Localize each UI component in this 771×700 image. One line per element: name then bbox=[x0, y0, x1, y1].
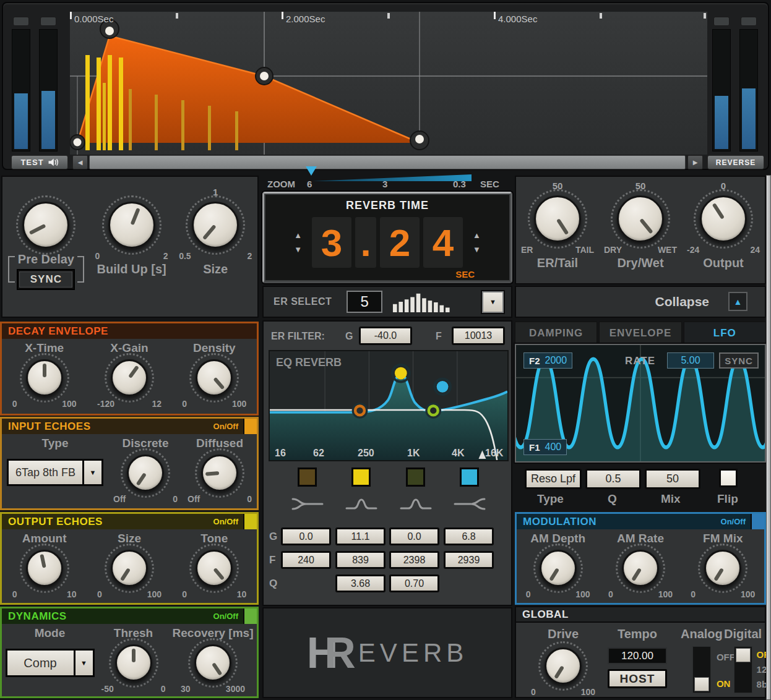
eq-band1-gain-value[interactable]: 0.0 bbox=[281, 527, 331, 545]
input-type-dropdown[interactable]: 6Tap 8th FB bbox=[7, 459, 82, 486]
er-tail-knob[interactable] bbox=[534, 195, 581, 242]
knob-min-label: 0 bbox=[95, 251, 100, 261]
eq-band4-select-button[interactable] bbox=[460, 467, 479, 487]
collapse-up-icon: ▲ bbox=[734, 297, 743, 307]
er-select-value[interactable]: 5 bbox=[347, 291, 382, 313]
lfo-filter-type-dropdown[interactable]: Reso Lpf bbox=[525, 469, 582, 489]
lfo-filter-q-value[interactable]: 0.5 bbox=[585, 469, 641, 489]
eq-band3-select-button[interactable] bbox=[406, 467, 425, 487]
size-knob[interactable] bbox=[192, 202, 239, 249]
dropdown-down-icon: ▼ bbox=[90, 469, 97, 476]
scroll-right-button[interactable]: ▶ bbox=[687, 155, 703, 169]
digital-switch-handle[interactable] bbox=[736, 648, 751, 662]
tone-knob[interactable] bbox=[196, 550, 233, 587]
x-gain-knob[interactable] bbox=[111, 359, 148, 396]
input-echoes-toggle[interactable] bbox=[243, 419, 257, 434]
recovery-knob[interactable] bbox=[194, 644, 231, 681]
modulation-toggle[interactable] bbox=[751, 514, 764, 529]
output-size-knob[interactable] bbox=[111, 550, 148, 587]
scroll-left-button[interactable]: ◀ bbox=[72, 155, 88, 169]
build-up-knob[interactable] bbox=[108, 202, 155, 249]
envelope-handle-start[interactable] bbox=[70, 135, 85, 150]
reverb-time-spinner-right[interactable]: ▲ ▼ bbox=[473, 231, 481, 254]
eq-band4-freq-value[interactable]: 2939 bbox=[444, 551, 494, 569]
diffused-knob[interactable] bbox=[201, 455, 238, 492]
knob-max-label: 24 bbox=[750, 245, 760, 255]
lfo-rate-field[interactable]: 5.00 bbox=[667, 352, 714, 369]
tab-damping[interactable]: DAMPING bbox=[515, 322, 597, 344]
eq-node-band4[interactable] bbox=[434, 378, 450, 395]
drive-knob[interactable] bbox=[545, 647, 582, 685]
analog-switch[interactable]: OFF ON bbox=[692, 646, 711, 693]
tab-envelope[interactable]: ENVELOPE bbox=[599, 322, 681, 344]
thresh-knob[interactable] bbox=[115, 644, 152, 681]
input-echoes-onoff-label: On/Off bbox=[213, 422, 238, 431]
eq-node-band3[interactable] bbox=[426, 404, 440, 417]
decay-envelope-graph[interactable]: 0.000Sec 2.000Sec 4.000Sec bbox=[70, 12, 707, 155]
eq-band3-freq-value[interactable]: 2398 bbox=[389, 551, 439, 569]
mode-dropdown-button[interactable]: ▼ bbox=[74, 649, 95, 677]
mode-dropdown[interactable]: Comp bbox=[6, 649, 74, 677]
zoom-marker[interactable] bbox=[306, 166, 317, 176]
discrete-knob[interactable] bbox=[127, 455, 164, 492]
eq-band3-q-value[interactable]: 0.70 bbox=[389, 574, 439, 592]
lfo-sync-button[interactable]: SYNC bbox=[719, 352, 759, 369]
tempo-value-display[interactable]: 120.00 bbox=[608, 647, 667, 664]
tempo-label: Tempo bbox=[618, 627, 657, 641]
eq-node-band2[interactable] bbox=[392, 365, 410, 382]
knob-min-label: 0 bbox=[182, 589, 187, 599]
er-select-label: ER SELECT bbox=[274, 296, 332, 307]
host-button[interactable]: HOST bbox=[608, 669, 667, 688]
eq-band2-gain-value[interactable]: 11.1 bbox=[335, 527, 386, 545]
x-time-knob[interactable] bbox=[26, 359, 63, 396]
digital-switch[interactable]: OFF 12bit 8bit bbox=[734, 646, 752, 693]
input-type-dropdown-button[interactable]: ▼ bbox=[82, 459, 103, 486]
envelope-handle-mid[interactable] bbox=[256, 67, 273, 85]
am-rate-knob[interactable] bbox=[622, 550, 659, 587]
density-knob[interactable] bbox=[196, 359, 233, 396]
tab-lfo[interactable]: LFO bbox=[684, 322, 766, 344]
timeline-scrollbar[interactable] bbox=[89, 155, 686, 169]
pre-delay-knob[interactable] bbox=[22, 202, 69, 249]
eq-band4-gain-value[interactable]: 6.8 bbox=[444, 527, 494, 545]
lfo-flip-button[interactable] bbox=[719, 469, 738, 487]
lfo-f1-field[interactable]: F1 400 bbox=[523, 439, 567, 455]
eq-band2-select-button[interactable] bbox=[351, 467, 371, 487]
meter-track bbox=[39, 29, 58, 152]
pre-delay-sync-button[interactable]: SYNC bbox=[18, 270, 74, 289]
output-knob[interactable] bbox=[700, 195, 747, 242]
envelope-handle-end[interactable] bbox=[410, 131, 429, 150]
thresh-group: Thresh -500 bbox=[101, 626, 166, 694]
meter-cap bbox=[13, 17, 29, 26]
eq-band1-freq-value[interactable]: 240 bbox=[281, 551, 331, 569]
dry-wet-knob[interactable] bbox=[617, 195, 664, 242]
zoom-slider[interactable] bbox=[312, 174, 472, 181]
lfo-filter-mix-value[interactable]: 50 bbox=[645, 469, 700, 489]
reverb-time-spinner-left[interactable]: ▲ ▼ bbox=[294, 231, 302, 254]
lfo-f2-field[interactable]: F2 2000 bbox=[523, 352, 572, 369]
er-select-row: ER SELECT 5 ▼ bbox=[262, 286, 512, 318]
er-filter-freq-value[interactable]: 10013 bbox=[452, 327, 505, 345]
amount-knob[interactable] bbox=[26, 550, 63, 587]
eq-band2-freq-value[interactable]: 839 bbox=[335, 551, 386, 569]
reverse-button[interactable]: REVERSE bbox=[707, 155, 764, 169]
analog-switch-handle[interactable] bbox=[694, 677, 709, 691]
eq-node-band1[interactable] bbox=[353, 404, 367, 417]
eq-reverb-display[interactable]: EQ REVERB 16 62 250 1K 4K 16K bbox=[269, 350, 509, 461]
meter-fill bbox=[41, 91, 55, 149]
er-filter-gain-value[interactable]: -40.0 bbox=[359, 327, 412, 345]
er-select-dropdown-button[interactable]: ▼ bbox=[482, 291, 504, 313]
test-button[interactable]: TEST bbox=[11, 155, 68, 169]
window-scrollbar[interactable] bbox=[766, 175, 771, 700]
fm-mix-knob[interactable] bbox=[704, 550, 741, 587]
eq-band2-q-value[interactable]: 3.68 bbox=[335, 574, 386, 592]
am-depth-knob[interactable] bbox=[540, 550, 577, 587]
test-button-label: TEST bbox=[20, 158, 43, 167]
output-echoes-toggle[interactable] bbox=[243, 514, 257, 529]
eq-band1-select-button[interactable] bbox=[298, 467, 317, 487]
dropdown-down-icon: ▼ bbox=[80, 659, 87, 667]
collapse-button[interactable]: ▲ bbox=[728, 292, 747, 311]
eq-band3-gain-value[interactable]: 0.0 bbox=[389, 527, 439, 545]
dynamics-toggle[interactable] bbox=[243, 608, 257, 624]
er-tail-group: 50 ERTAIL ER/Tail bbox=[521, 181, 594, 283]
